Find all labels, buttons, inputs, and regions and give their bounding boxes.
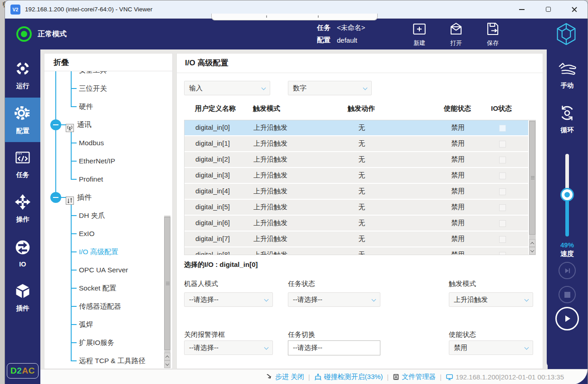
cell-trigger-action: 无: [359, 203, 365, 212]
task-state-select[interactable]: --请选择--: [288, 292, 380, 307]
tree-item-弧焊[interactable]: 弧焊: [44, 315, 164, 334]
speed-slider[interactable]: [565, 154, 569, 236]
io-state-checkbox[interactable]: [499, 220, 506, 227]
tree-item-DH 夹爪[interactable]: DH 夹爪: [44, 207, 164, 225]
table-scrollbar-thumb[interactable]: [529, 121, 535, 235]
tree-panel-title[interactable]: 折叠: [53, 57, 69, 68]
table-row[interactable]: digital_in[0]上升沿触发无禁用: [185, 120, 528, 136]
manual-mode-button[interactable]: 手动: [547, 60, 588, 90]
tree-item-Profinet[interactable]: Profinet: [44, 170, 164, 188]
divider: |: [387, 374, 389, 381]
table-header: 用户定义名称 触发模式 触发动作 使能状态 IO状态: [184, 104, 535, 116]
io-type-select[interactable]: 数字: [288, 81, 372, 95]
minimize-button[interactable]: [509, 0, 535, 18]
nav-item-config[interactable]: 配置: [5, 98, 40, 142]
scroll-down-button[interactable]: [164, 360, 170, 368]
tree-item-安全工具[interactable]: 安全工具: [44, 71, 164, 79]
table-row[interactable]: digital_in[8]上升沿触发无禁用: [185, 247, 528, 255]
nav-item-task[interactable]: 任务: [5, 142, 40, 187]
close-alarm-select[interactable]: --请选择--: [184, 340, 273, 355]
maximize-button[interactable]: [535, 0, 561, 18]
tree-item-通讯[interactable]: 通讯: [44, 116, 164, 134]
tree-item-OPC UA Server[interactable]: OPC UA Server: [44, 261, 164, 279]
io-state-checkbox[interactable]: [499, 204, 506, 211]
tree-item-label: ExIO: [79, 225, 94, 243]
table-scrollbar[interactable]: [529, 120, 535, 255]
d2ac-letter: D: [10, 366, 17, 376]
close-alarm-value: --请选择--: [189, 344, 219, 352]
table-row[interactable]: digital_in[7]上升沿触发无禁用: [185, 231, 528, 247]
tree-scroll-arrows: [164, 353, 170, 368]
table-row[interactable]: digital_in[5]上升沿触发无禁用: [185, 200, 528, 216]
close-button[interactable]: [561, 0, 588, 18]
io-state-checkbox[interactable]: [499, 172, 506, 179]
tree-scrollbar-thumb[interactable]: [164, 217, 170, 350]
robot-mode-select[interactable]: --请选择--: [184, 292, 273, 307]
file-manager-button[interactable]: 文件管理器: [393, 373, 436, 381]
open-button[interactable]: 打开: [442, 20, 471, 49]
chevron-down-icon: [165, 362, 169, 365]
nav-item-jog[interactable]: 操作: [5, 187, 40, 231]
io-state-checkbox[interactable]: [499, 157, 506, 163]
open-icon: [448, 20, 464, 39]
new-task-button[interactable]: 新建: [405, 20, 434, 49]
tree-item-Socket 配置[interactable]: Socket 配置: [44, 279, 164, 297]
tree-item-插件[interactable]: 插件: [44, 188, 164, 207]
tree-item-扩展IO服务[interactable]: 扩展IO服务: [44, 334, 164, 352]
collapse-toggle-icon[interactable]: [50, 119, 61, 130]
tree-item-硬件[interactable]: 硬件: [44, 98, 164, 116]
io-swap-icon: [15, 239, 31, 257]
table-row[interactable]: digital_in[2]上升沿触发无禁用: [185, 152, 528, 168]
nav-item-io[interactable]: IO: [5, 231, 40, 276]
cell-enable-state: 禁用: [451, 139, 465, 148]
tree-item-三位开关[interactable]: 三位开关: [44, 79, 164, 98]
tree-item-远程 TCP & 工具路径[interactable]: 远程 TCP & 工具路径: [44, 352, 164, 369]
io-state-checkbox[interactable]: [499, 141, 506, 148]
cell-enable-state: 禁用: [451, 171, 465, 180]
stop-button[interactable]: [559, 286, 576, 303]
task-switch-input[interactable]: --请选择--: [288, 340, 380, 355]
tree-item-Modbus[interactable]: Modbus: [44, 134, 164, 152]
cell-enable-state: 禁用: [451, 123, 465, 132]
step-mode-status[interactable]: 步进 关闭: [266, 373, 304, 381]
d2ac-logo-button[interactable]: D2AC: [7, 363, 39, 379]
table-row[interactable]: digital_in[3]上升沿触发无禁用: [185, 168, 528, 184]
speed-slider-thumb[interactable]: [562, 189, 573, 200]
tree-line: [71, 179, 77, 180]
io-state-checkbox[interactable]: [499, 252, 506, 255]
scroll-up-button[interactable]: [529, 239, 535, 247]
enable-state-select[interactable]: 禁用: [449, 340, 533, 355]
io-state-checkbox[interactable]: [499, 236, 506, 243]
collision-detect-status[interactable]: 碰撞检测开启(33%): [314, 373, 383, 381]
nav-item-plugin[interactable]: 插件: [5, 276, 40, 320]
tree-item-ExIO[interactable]: ExIO: [44, 225, 164, 243]
scroll-up-button[interactable]: [164, 353, 170, 360]
cell-enable-state: 禁用: [451, 235, 465, 243]
tree-line: [71, 106, 77, 107]
tree-item-label: 插件: [77, 188, 92, 207]
nav-item-run[interactable]: 运行: [5, 53, 40, 98]
table-row[interactable]: digital_in[6]上升沿触发无禁用: [185, 216, 528, 231]
scroll-down-button[interactable]: [529, 247, 535, 255]
io-state-checkbox[interactable]: [499, 125, 506, 132]
tree-item-I/O 高级配置[interactable]: I/O 高级配置: [44, 243, 164, 261]
io-state-checkbox[interactable]: [499, 188, 506, 195]
io-direction-select[interactable]: 输入: [184, 81, 270, 95]
table-row[interactable]: digital_in[4]上升沿触发无禁用: [185, 184, 528, 200]
cell-trigger-action: 无: [359, 251, 365, 255]
trigger-mode-select[interactable]: 上升沿触发: [449, 292, 533, 307]
tree-item-EtherNet/IP[interactable]: EtherNet/IP: [44, 152, 164, 170]
play-button[interactable]: [555, 307, 579, 330]
io-table: digital_in[0]上升沿触发无禁用digital_in[1]上升沿触发无…: [184, 120, 536, 255]
vnc-toolbar-notch[interactable]: [211, 14, 378, 20]
cycle-mode-button[interactable]: 循环: [547, 104, 588, 134]
step-forward-button[interactable]: [559, 262, 576, 279]
tree-scrollbar[interactable]: [164, 216, 170, 368]
task-state-value: --请选择--: [293, 295, 322, 304]
save-button[interactable]: 保存: [478, 20, 507, 49]
collapse-toggle-icon[interactable]: [50, 192, 61, 203]
table-row[interactable]: digital_in[1]上升沿触发无禁用: [185, 136, 528, 152]
chevron-down-icon: [525, 345, 529, 350]
tree-item-传感器适配器[interactable]: 传感器适配器: [44, 297, 164, 315]
cell-trigger-mode: 上升沿触发: [253, 235, 287, 243]
